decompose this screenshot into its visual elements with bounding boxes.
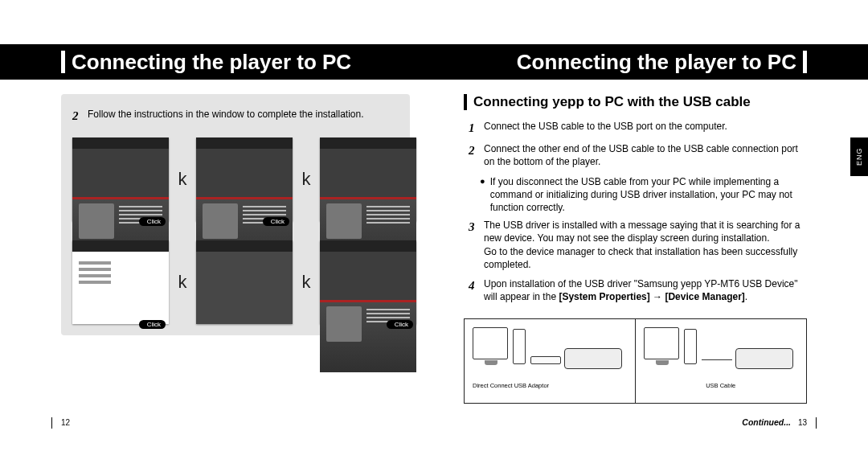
diagram-usb-cable: USB Cable bbox=[636, 319, 807, 403]
header-accent-bar bbox=[61, 51, 65, 73]
player-device-icon bbox=[564, 348, 622, 369]
right-step-list: 1 Connect the USB cable to the USB port … bbox=[469, 120, 807, 303]
bullet-icon: ● bbox=[480, 175, 485, 215]
step-number: 2 bbox=[72, 109, 83, 125]
monitor-icon bbox=[473, 327, 508, 359]
header-bar: Connecting the player to PC Connecting t… bbox=[0, 44, 868, 80]
subheading-text: Connecting yepp to PC with the USB cable bbox=[473, 94, 751, 110]
arrow-icon: k bbox=[297, 272, 315, 293]
page-number-left: 12 bbox=[61, 418, 70, 427]
page-number-right: 13 bbox=[798, 418, 807, 427]
header-right: Connecting the player to PC bbox=[517, 50, 807, 75]
right-step-1: 1 Connect the USB cable to the USB port … bbox=[469, 120, 807, 136]
step-text: Upon installation of the USB driver "Sam… bbox=[484, 277, 807, 303]
instruction-panel: 2 Follow the instructions in the window … bbox=[61, 94, 410, 335]
install-screenshot: Click bbox=[320, 240, 416, 324]
thumb-row-1: Click k Click k bbox=[72, 137, 416, 221]
step4-post: . bbox=[745, 291, 747, 302]
step-number: 4 bbox=[469, 277, 479, 293]
arrow-icon: k bbox=[174, 169, 191, 190]
header-title-right: Connecting the player to PC bbox=[517, 50, 796, 75]
player-device-icon bbox=[735, 348, 793, 369]
arrow-icon: k bbox=[297, 169, 315, 190]
page-right: ENG Connecting yepp to PC with the USB c… bbox=[434, 80, 868, 449]
page-left: 2 Follow the instructions in the window … bbox=[0, 80, 434, 449]
step-text: The USB driver is installed with a messa… bbox=[484, 219, 807, 271]
left-step-2: 2 Follow the instructions in the window … bbox=[72, 109, 399, 125]
step-number: 3 bbox=[469, 219, 479, 235]
step-number: 1 bbox=[469, 120, 479, 136]
usb-adaptor-icon bbox=[530, 356, 561, 364]
monitor-icon bbox=[644, 327, 679, 359]
language-tab: ENG bbox=[850, 137, 868, 176]
right-step-2-bullet: ● If you disconnect the USB cable from y… bbox=[480, 175, 807, 215]
right-step-4: 4 Upon installation of the USB driver "S… bbox=[469, 277, 807, 303]
header-left: Connecting the player to PC bbox=[61, 50, 351, 75]
arrow-icon: k bbox=[174, 272, 191, 293]
click-callout: Click bbox=[139, 320, 166, 329]
header-accent-bar bbox=[803, 51, 807, 73]
diagram-direct-adaptor: Direct Connect USB Adaptor bbox=[465, 319, 636, 403]
continued-label: Continued... bbox=[742, 417, 791, 427]
right-step-2: 2 Connect the other end of the USB cable… bbox=[469, 142, 807, 168]
step3-line-a: The USB driver is installed with a messa… bbox=[484, 220, 800, 244]
install-screenshot: Click bbox=[72, 137, 169, 221]
click-callout: Click bbox=[263, 217, 289, 226]
usb-cable-icon bbox=[702, 359, 733, 360]
diagram-caption: Direct Connect USB Adaptor bbox=[473, 382, 627, 389]
content-area: 2 Follow the instructions in the window … bbox=[0, 80, 868, 449]
bullet-text: If you disconnect the USB cable from you… bbox=[490, 175, 807, 215]
install-screenshot bbox=[196, 240, 293, 324]
pc-tower-icon bbox=[684, 329, 697, 364]
connection-diagram: Direct Connect USB Adaptor USB Cable bbox=[464, 318, 807, 404]
pc-tower-icon bbox=[513, 329, 526, 364]
step-text: Connect the other end of the USB cable t… bbox=[484, 142, 807, 168]
page-separator bbox=[816, 417, 817, 429]
install-screenshot: Click bbox=[72, 240, 169, 324]
step3-line-b: Go to the device manager to check that i… bbox=[484, 246, 797, 270]
right-step-3: 3 The USB driver is installed with a mes… bbox=[469, 219, 807, 271]
click-callout: Click bbox=[387, 320, 413, 329]
diagram-caption: USB Cable bbox=[644, 382, 799, 389]
step-number: 2 bbox=[469, 142, 479, 158]
subheading: Connecting yepp to PC with the USB cable bbox=[464, 94, 807, 110]
header-title-left: Connecting the player to PC bbox=[72, 50, 351, 75]
screenshot-grid: Click k Click k bbox=[72, 137, 399, 324]
install-screenshot: Click bbox=[196, 137, 293, 221]
subheading-accent bbox=[464, 94, 467, 110]
step-text: Connect the USB cable to the USB port on… bbox=[484, 120, 807, 133]
page-separator bbox=[51, 417, 52, 429]
step4-bold: [System Properties] → [Device Manager] bbox=[559, 291, 744, 302]
step-text: Follow the instructions in the window to… bbox=[88, 109, 399, 121]
install-screenshot bbox=[320, 137, 416, 221]
thumb-row-2: Click k k Clic bbox=[72, 240, 416, 324]
click-callout: Click bbox=[139, 217, 166, 226]
